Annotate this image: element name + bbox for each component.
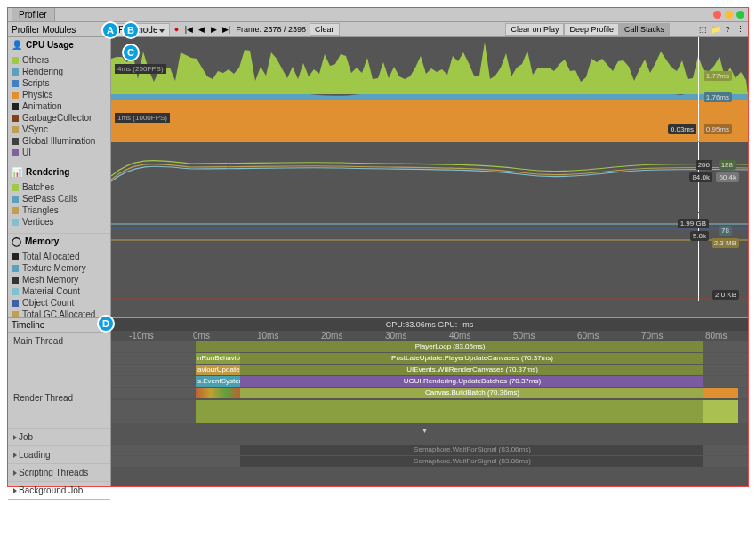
module-item[interactable]: Total Allocated [12,251,107,262]
section-job[interactable]: Job [8,429,110,446]
profiler-window: A B C D Profiler Profiler Modules Playmo… [7,7,749,487]
marker-d: D [97,315,115,333]
section-bg-job[interactable]: Background Job [8,482,110,500]
back-icon[interactable]: ◀ [195,23,207,36]
timeline-dropdown[interactable]: Timeline [12,320,44,330]
module-item[interactable]: Global Illumination [12,135,107,147]
rendering-icon: 📊 [12,167,22,177]
timeline-panel: Timeline Main Thread Render Thread Job L… [8,317,748,486]
time-ruler[interactable]: -10ms0ms10ms20ms30ms40ms50ms60ms70ms80ms [111,331,748,341]
axis-1ms: 1ms (1000FPS) [115,113,170,123]
svg-rect-1 [111,100,748,142]
module-item[interactable]: GarbageCollector [12,112,107,124]
module-item[interactable]: Object Count [12,297,107,309]
frame-label: Frame: 2378 / 2398 [232,25,310,34]
bar-sem2[interactable]: Semaphore.WaitForSignal (83.06ms) [240,456,703,467]
svg-rect-3 [111,213,748,302]
fwd-icon[interactable]: ▶ [207,23,220,36]
tick: 30ms [385,331,406,341]
close-dot[interactable] [713,11,721,19]
axis-4ms: 4ms (250FPS) [115,64,166,74]
modules-dropdown[interactable]: Profiler Modules [12,25,76,35]
module-item[interactable]: UI [12,147,107,158]
module-item[interactable]: VSync [12,124,107,135]
bar-render-tail[interactable] [703,400,738,423]
section-main-thread[interactable]: Main Thread [8,333,110,389]
marker-a: A [101,21,119,39]
mem-v2: 5.8k [690,231,709,241]
module-item[interactable]: Scripts [12,77,107,89]
mem-v1: 1.99 GB [678,219,709,228]
bar-b2[interactable]: PostLateUpdate.PlayerUpdateCanvases (70.… [240,353,703,364]
section-render-thread[interactable]: Render Thread [8,389,110,429]
mem-v5: 2.0 KB [712,290,739,300]
cpu-chart[interactable]: 4ms (250FPS) 1ms (1000FPS) 1.77ms 1.76ms… [111,37,748,142]
mem-v3: 78 [719,226,732,236]
bar-orange[interactable] [703,388,738,398]
module-item[interactable]: Others [12,54,107,66]
bar-p2[interactable]: aviourUpdate (8.44 [196,365,240,375]
module-cpu[interactable]: 👤CPU Usage OthersRenderingScriptsPhysics… [8,37,110,164]
memory-icon: ◯ [12,236,21,246]
bar-p1[interactable]: nRunBehaviourUpd: [196,353,240,364]
next-frame-icon[interactable]: ▶| [220,23,232,36]
window-controls [713,11,744,19]
module-rendering[interactable]: 📊Rendering BatchesSetPass CallsTriangles… [8,164,110,234]
title-bar: Profiler [8,8,748,22]
clear-button[interactable]: Clear [310,23,340,36]
collapse-icon-2[interactable]: ▾ [422,425,427,435]
timeline-stats: CPU:83.06ms GPU:--ms [111,318,748,331]
tick: 40ms [449,331,470,341]
memory-title: Memory [25,236,59,246]
max-dot[interactable] [736,11,744,19]
record-icon[interactable]: ● [170,23,182,36]
save-icon[interactable]: ⬚ [696,23,709,36]
module-item[interactable]: Triangles [12,204,107,216]
bar-playerloop[interactable]: PlayerLoop (83.05ms) [196,341,703,352]
rend-v1: 206 [696,160,712,170]
bar-b5[interactable]: Canvas.BuildBatch (70.36ms) [240,388,703,398]
cpu-icon: 👤 [12,40,22,50]
section-loading[interactable]: Loading [8,446,110,464]
tick: 70ms [641,331,663,341]
svg-rect-2 [111,142,748,213]
module-item[interactable]: Vertices [12,216,107,228]
bar-p3[interactable]: s.EventSystems:Ev [196,376,240,387]
clear-on-play-button[interactable]: Clear on Play [505,23,564,36]
min-dot[interactable] [725,11,733,19]
bar-render[interactable] [196,400,703,423]
cpu-val4: 0.03ms [668,124,696,134]
tick: 60ms [577,331,599,341]
cpu-val2: 1.76ms [704,92,732,102]
module-item[interactable]: Animation [12,100,107,112]
rendering-title: Rendering [26,167,69,177]
bar-sem1[interactable]: Semaphore.WaitForSignal (83.06ms) [240,445,703,455]
tick: -10ms [129,331,154,341]
cpu-title: CPU Usage [26,40,74,50]
module-item[interactable]: Material Count [12,285,107,297]
module-item[interactable]: Rendering [12,66,107,77]
rendering-chart[interactable]: 206 188 84.0k 60.4k [111,142,748,213]
tick: 20ms [321,331,342,341]
rend-v3: 84.0k [689,172,712,182]
module-item[interactable]: Texture Memory [12,262,107,274]
window-tab[interactable]: Profiler [12,8,55,21]
call-stacks-button[interactable]: Call Stacks [619,23,670,36]
section-scripting[interactable]: Scripting Threads [8,464,110,482]
timeline-main[interactable]: CPU:83.06ms GPU:--ms -10ms0ms10ms20ms30m… [111,318,748,486]
prev-frame-icon[interactable]: |◀ [182,23,195,36]
load-icon[interactable]: 📁 [709,23,721,36]
module-item[interactable]: Physics [12,89,107,100]
memory-chart[interactable]: 1.99 GB 5.8k 78 2.3 MB 2.0 KB [111,213,748,302]
module-item[interactable]: Batches [12,181,107,193]
deep-profile-button[interactable]: Deep Profile [564,23,619,36]
help-icon[interactable]: ? [721,23,734,36]
bar-b4[interactable]: UGUI.Rendering.UpdateBatches (70.37ms) [240,376,703,387]
menu-icon[interactable]: ⋮ [734,23,746,36]
rend-v2: 188 [719,160,736,170]
bar-b3[interactable]: UIEvents.WillRenderCanvases (70.37ms) [240,365,703,375]
tick: 0ms [193,331,210,341]
module-item[interactable]: SetPass Calls [12,193,107,204]
playhead[interactable] [698,37,699,141]
module-item[interactable]: Mesh Memory [12,274,107,285]
